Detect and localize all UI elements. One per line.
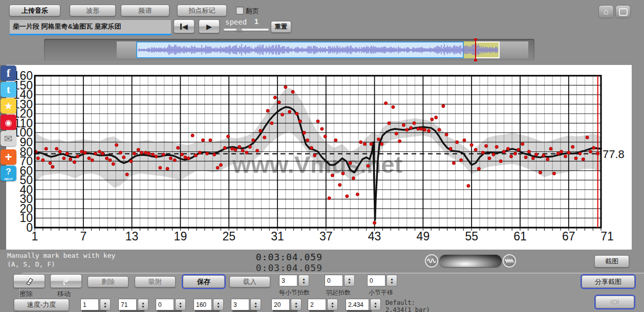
mail-share-button[interactable]: ✉ [1,131,16,146]
default-note: Default: 2.434(1 bar) [385,299,430,312]
stepper-up-icon[interactable]: ▲ [179,301,182,305]
stepper-up-icon[interactable]: ▲ [331,301,334,305]
page-turn-label: 翻页 [246,7,259,16]
twitter-share-button[interactable]: t [1,82,16,97]
home-button[interactable]: ⌂ [598,5,614,18]
go-to-start-button[interactable]: ◀ [174,19,195,33]
start-bar-value[interactable]: 1 [80,299,99,310]
start-bar-stepper[interactable]: 1 ▲▼ [80,299,111,310]
stepper-up-icon[interactable]: ▲ [141,301,145,305]
waveform-playhead[interactable] [475,39,476,60]
eraser-icon [24,277,35,285]
start-bar-spin[interactable]: ▲▼ [100,299,111,310]
plus-icon: + [5,152,12,162]
upload-music-button[interactable]: 上传音乐 [9,5,60,16]
end-bar-spin[interactable]: ▲▼ [138,299,148,310]
cropped-label [309,310,334,312]
track-title-input[interactable]: 柴一片段 阿格里奇&迪图瓦 皇家乐团 [9,19,171,35]
y-min-spin[interactable]: ▲▼ [175,299,186,310]
stepper-down-icon[interactable]: ▼ [254,305,257,308]
fullscreen-button[interactable] [615,5,631,18]
reset-button[interactable]: 重置 [271,21,291,33]
screenshot-button[interactable]: 截图 [594,255,629,268]
smoothing-value[interactable]: 2.434 [346,299,369,310]
beats-per-bar-stepper[interactable]: 3 ▲▼ [279,275,309,286]
stepper-down-icon[interactable]: ▼ [294,305,298,308]
param5-stepper[interactable]: 3 ▲▼ [231,299,261,310]
speed-slider-track[interactable] [224,29,269,31]
facebook-share-button[interactable]: f [1,65,16,81]
erase-tool-button[interactable] [13,274,45,288]
stepper-up-icon[interactable]: ▲ [217,301,220,305]
param6-value[interactable]: 20 [271,299,290,310]
stepper-down-icon[interactable]: ▼ [103,305,107,308]
snap-button[interactable]: 吸附 [135,276,176,287]
stepper-up-icon[interactable]: ▲ [302,277,306,281]
beats-per-bar-spin[interactable]: ▲▼ [298,275,309,286]
time-current: 0:03:04.059 [233,252,323,262]
bar-shift-stepper[interactable]: 0 ▲▼ [367,275,397,286]
weibo-icon: ◉ [5,118,12,127]
beats-per-bar-value[interactable]: 3 [279,275,297,286]
page-turn-checkbox[interactable] [236,7,244,14]
stepper-up-icon[interactable]: ▲ [254,301,257,305]
load-button[interactable]: 载入 [229,276,270,287]
stepper-down-icon[interactable]: ▼ [331,305,334,308]
delete-button[interactable]: 删除 [88,276,128,287]
param7-stepper[interactable]: 2 ▲▼ [308,299,338,310]
end-bar-stepper[interactable]: 71 ▲▼ [118,299,148,310]
share-more-button[interactable]: + [1,149,16,165]
stepper-down-icon[interactable]: ▼ [348,281,351,284]
help-label: HELP [1,177,16,181]
stepper-up-icon[interactable]: ▲ [374,301,377,305]
param5-value[interactable]: 3 [231,299,249,310]
share-screenshot-button[interactable]: 分享截图 [582,275,635,288]
tempo-dynamics-mode-button[interactable]: 速度-力度 [14,299,69,311]
stepper-up-icon[interactable]: ▲ [294,301,298,305]
cropped-label [232,310,257,312]
volume-slider[interactable] [439,255,502,267]
stepper-down-icon[interactable]: ▼ [179,305,182,308]
stepper-up-icon[interactable]: ▲ [348,277,351,281]
end-bar-value[interactable]: 71 [118,299,137,310]
y-max-stepper[interactable]: 160 ▲▼ [194,299,224,310]
smoothing-spin[interactable]: ▲▼ [370,299,381,310]
y-min-stepper[interactable]: 0 ▲▼ [156,299,186,310]
stepper-up-icon[interactable]: ▲ [390,277,394,281]
speed-slider-thumb[interactable] [235,26,243,31]
smoothing-stepper[interactable]: 2.434 ▲▼ [346,299,381,310]
stepper-down-icon[interactable]: ▼ [141,305,145,308]
bar-shift-spin[interactable]: ▲▼ [387,275,397,286]
beats-per-bar-label: 每小节拍数 [279,288,310,297]
weibo-share-button[interactable]: ◉ [1,115,16,130]
bar-shift-value[interactable]: 0 [367,275,385,286]
param7-spin[interactable]: ▲▼ [327,299,338,310]
pickup-beats-stepper[interactable]: 0 ▲▼ [325,275,355,286]
y-max-spin[interactable]: ▲▼ [213,299,224,310]
waveform-zoom-box[interactable] [475,41,500,58]
stepper-down-icon[interactable]: ▼ [217,305,220,308]
param6-spin[interactable]: ▲▼ [291,299,302,310]
move-tool-button[interactable] [50,274,82,288]
stepper-down-icon[interactable]: ▼ [374,305,377,308]
param7-value[interactable]: 2 [308,299,326,310]
waveform-selection[interactable] [136,41,464,58]
qzone-share-button[interactable]: ★ [1,98,16,114]
stepper-down-icon[interactable]: ▼ [390,281,394,284]
beat-mark-tab-button[interactable]: 拍点标记 [177,5,227,16]
stepper-down-icon[interactable]: ▼ [302,281,306,284]
waveform-tab-button[interactable]: 波形 [70,5,116,16]
stepper-up-icon[interactable]: ▲ [103,301,107,305]
param6-stepper[interactable]: 20 ▲▼ [271,299,302,310]
param5-spin[interactable]: ▲▼ [250,299,261,310]
save-button[interactable]: 保存 [183,275,225,288]
ioi-button[interactable]: IOI [595,296,634,308]
play-button[interactable]: ▶ [199,19,220,33]
y-min-value[interactable]: 0 [156,299,174,310]
y-max-value[interactable]: 160 [194,299,212,310]
spectrum-tab-button[interactable]: 频谱 [121,5,169,16]
speed-value: 1 [254,17,259,26]
pickup-beats-spin[interactable]: ▲▼ [344,275,355,286]
pickup-beats-value[interactable]: 0 [325,275,343,286]
help-button[interactable]: ? HELP [1,166,16,181]
